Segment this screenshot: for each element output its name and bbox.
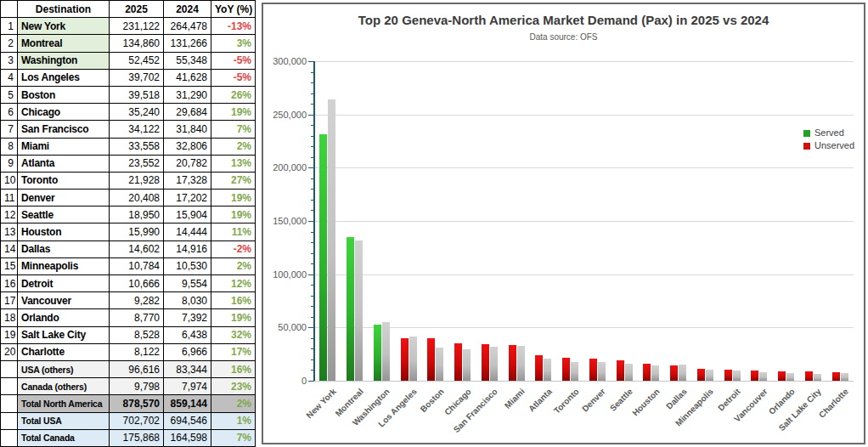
cell-destination[interactable]: Chicago [18, 104, 110, 121]
cell-yoy[interactable]: 26% [211, 86, 256, 103]
cell-rank[interactable]: 19 [1, 326, 18, 343]
cell-2024[interactable]: 859,144 [164, 395, 211, 412]
cell-2024[interactable]: 264,478 [164, 18, 211, 35]
cell-rank[interactable]: 14 [1, 240, 18, 257]
cell-2024[interactable]: 694,546 [164, 412, 211, 429]
cell-destination[interactable]: Dallas [18, 240, 110, 257]
cell-2024[interactable]: 83,344 [164, 360, 211, 377]
cell-rank[interactable]: 12 [1, 207, 18, 224]
cell-summary-label[interactable]: Total Canada [18, 429, 110, 446]
cell-2025[interactable]: 23,552 [110, 155, 164, 172]
cell-yoy[interactable]: 11% [211, 224, 256, 240]
cell-2025[interactable]: 702,702 [110, 412, 164, 429]
cell-destination[interactable]: Denver [18, 190, 110, 207]
cell-rank[interactable]: 15 [1, 257, 18, 274]
cell-destination[interactable]: Atlanta [18, 155, 110, 172]
cell-yoy[interactable]: 19% [211, 207, 256, 224]
cell-2024[interactable]: 41,628 [164, 69, 211, 86]
cell-destination[interactable]: Washington [18, 52, 110, 69]
cell-2024[interactable]: 131,266 [164, 35, 211, 52]
cell-yoy[interactable]: 7% [211, 429, 256, 446]
header-2025[interactable]: 2025 [110, 1, 164, 18]
cell-2024[interactable]: 17,202 [164, 190, 211, 207]
cell-2024[interactable]: 14,916 [164, 240, 211, 257]
cell-yoy[interactable]: 13% [211, 155, 256, 172]
cell-2024[interactable]: 9,554 [164, 275, 211, 292]
cell-2024[interactable]: 20,782 [164, 155, 211, 172]
cell-destination[interactable]: Detroit [18, 275, 110, 292]
cell-2025[interactable]: 175,868 [110, 429, 164, 446]
header-yoy[interactable]: YoY (%) [211, 1, 256, 18]
cell-2025[interactable]: 20,408 [110, 190, 164, 207]
cell-destination[interactable]: Houston [18, 224, 110, 240]
cell-2025[interactable]: 8,122 [110, 343, 164, 360]
cell-destination[interactable]: Orlando [18, 309, 110, 326]
cell-yoy[interactable]: 17% [211, 343, 256, 360]
cell-destination[interactable]: Charlotte [18, 343, 110, 360]
cell-2025[interactable]: 39,702 [110, 69, 164, 86]
cell-yoy[interactable]: 12% [211, 275, 256, 292]
cell-2025[interactable]: 9,282 [110, 292, 164, 309]
cell-2025[interactable]: 15,990 [110, 224, 164, 240]
cell-rank[interactable]: 20 [1, 343, 18, 360]
cell-2025[interactable]: 231,122 [110, 18, 164, 35]
cell-summary-label[interactable]: Canada (others) [18, 378, 110, 395]
cell-2025[interactable]: 14,602 [110, 240, 164, 257]
cell-2024[interactable]: 164,598 [164, 429, 211, 446]
header-destination[interactable]: Destination [18, 1, 110, 18]
cell-rank[interactable]: 8 [1, 138, 18, 155]
cell-rank[interactable]: 18 [1, 309, 18, 326]
cell-2025[interactable]: 35,240 [110, 104, 164, 121]
cell-yoy[interactable]: 7% [211, 121, 256, 138]
cell-yoy[interactable]: 23% [211, 378, 256, 395]
cell-2024[interactable]: 31,290 [164, 86, 211, 103]
cell-2025[interactable]: 52,452 [110, 52, 164, 69]
cell-2024[interactable]: 15,904 [164, 207, 211, 224]
cell-2025[interactable]: 96,616 [110, 360, 164, 377]
cell-summary-label[interactable]: Total North America [18, 395, 110, 412]
cell-2024[interactable]: 17,328 [164, 172, 211, 189]
cell-2025[interactable]: 9,798 [110, 378, 164, 395]
cell-rank[interactable]: 4 [1, 69, 18, 86]
cell-yoy[interactable]: 1% [211, 412, 256, 429]
cell-2025[interactable]: 10,666 [110, 275, 164, 292]
cell-2025[interactable]: 8,770 [110, 309, 164, 326]
cell-2024[interactable]: 55,348 [164, 52, 211, 69]
cell-2025[interactable]: 878,570 [110, 395, 164, 412]
cell-destination[interactable]: Miami [18, 138, 110, 155]
cell-destination[interactable]: San Francisco [18, 121, 110, 138]
cell-yoy[interactable]: 16% [211, 360, 256, 377]
cell-2024[interactable]: 7,974 [164, 378, 211, 395]
cell-yoy[interactable]: 32% [211, 326, 256, 343]
cell-2024[interactable]: 6,966 [164, 343, 211, 360]
cell-rank[interactable]: 5 [1, 86, 18, 103]
cell-rank[interactable]: 17 [1, 292, 18, 309]
cell-2025[interactable]: 34,122 [110, 121, 164, 138]
cell-rank[interactable]: 7 [1, 121, 18, 138]
cell-yoy[interactable]: 2% [211, 138, 256, 155]
cell-rank[interactable]: 1 [1, 18, 18, 35]
cell-rank[interactable]: 10 [1, 172, 18, 189]
cell-2024[interactable]: 8,030 [164, 292, 211, 309]
cell-2024[interactable]: 14,444 [164, 224, 211, 240]
cell-yoy[interactable]: -2% [211, 240, 256, 257]
cell-yoy[interactable]: -5% [211, 69, 256, 86]
cell-yoy[interactable]: 19% [211, 309, 256, 326]
cell-2024[interactable]: 29,684 [164, 104, 211, 121]
cell-destination[interactable]: Vancouver [18, 292, 110, 309]
cell-destination[interactable]: Montreal [18, 35, 110, 52]
cell-2024[interactable]: 31,840 [164, 121, 211, 138]
cell-summary-label[interactable]: Total USA [18, 412, 110, 429]
cell-rank[interactable]: 3 [1, 52, 18, 69]
cell-2025[interactable]: 39,518 [110, 86, 164, 103]
cell-yoy[interactable]: 2% [211, 257, 256, 274]
cell-rank[interactable]: 16 [1, 275, 18, 292]
cell-rank[interactable]: 11 [1, 190, 18, 207]
cell-rank[interactable]: 6 [1, 104, 18, 121]
cell-2024[interactable]: 7,392 [164, 309, 211, 326]
cell-yoy[interactable]: -5% [211, 52, 256, 69]
cell-summary-label[interactable]: USA (others) [18, 360, 110, 377]
cell-destination[interactable]: Boston [18, 86, 110, 103]
cell-2025[interactable]: 134,860 [110, 35, 164, 52]
header-2024[interactable]: 2024 [164, 1, 211, 18]
